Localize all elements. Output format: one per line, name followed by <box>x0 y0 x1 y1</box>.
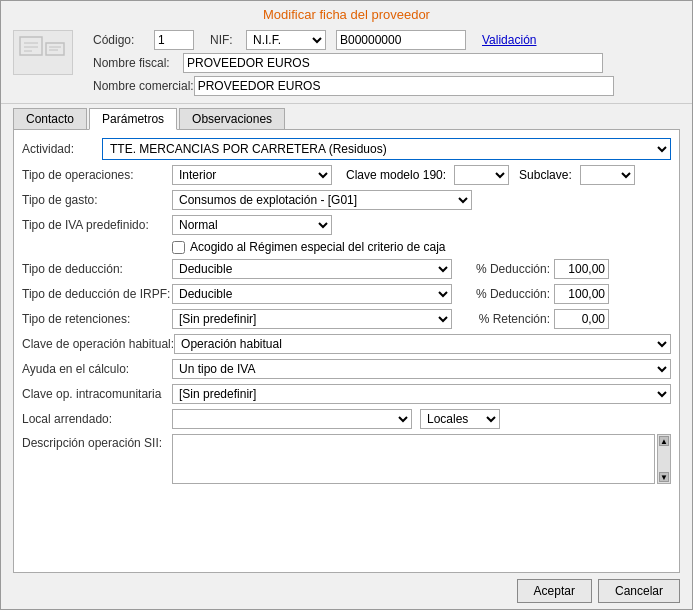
subclave-label: Subclave: <box>519 168 572 182</box>
main-window: Modificar ficha del proveedor Código: <box>0 0 693 610</box>
tipo-operaciones-row: Tipo de operaciones: Interior Clave mode… <box>22 165 671 185</box>
ayuda-calculo-row: Ayuda en el cálculo: Un tipo de IVA <box>22 359 671 379</box>
tipo-gasto-row: Tipo de gasto: Consumos de explotación -… <box>22 190 671 210</box>
tab-content-parametros: Actividad: TTE. MERCANCIAS POR CARRETERA… <box>13 129 680 573</box>
nombre-comercial-row: Nombre comercial: <box>93 76 680 96</box>
tipo-retenciones-row: Tipo de retenciones: [Sin predefinir] % … <box>22 309 671 329</box>
scroll-up-arrow[interactable]: ▲ <box>659 436 669 446</box>
nif-label: NIF: <box>210 33 240 47</box>
tipo-gasto-select[interactable]: Consumos de explotación - [G01] <box>172 190 472 210</box>
tipo-deduccion-row: Tipo de deducción: Deducible % Deducción… <box>22 259 671 279</box>
descripcion-sii-textarea[interactable] <box>172 434 655 484</box>
tipo-operaciones-controls: Interior Clave modelo 190: Subclave: <box>172 165 671 185</box>
header-section: Código: NIF: N.I.F. Validación Nombre fi… <box>1 26 692 104</box>
pct-retencion-input[interactable] <box>554 309 609 329</box>
pct-retencion-label: % Retención: <box>460 312 550 326</box>
tipo-deduccion-irpf-row: Tipo de deducción de IRPF: Deducible % D… <box>22 284 671 304</box>
codigo-label: Código: <box>93 33 148 47</box>
actividad-label: Actividad: <box>22 142 102 156</box>
clave-operacion-select[interactable]: Operación habitual <box>174 334 671 354</box>
svg-rect-4 <box>46 43 64 55</box>
acogido-row: Acogido al Régimen especial del criterio… <box>172 240 671 254</box>
local-arrendado-select[interactable] <box>172 409 412 429</box>
clave-operacion-row: Clave de operación habitual: Operación h… <box>22 334 671 354</box>
actividad-row: Actividad: TTE. MERCANCIAS POR CARRETERA… <box>22 138 671 160</box>
tipo-retenciones-label: Tipo de retenciones: <box>22 312 172 326</box>
scrollbar[interactable]: ▲ ▼ <box>657 434 671 484</box>
local-arrendado-controls: Locales <box>172 409 500 429</box>
nombre-comercial-label: Nombre comercial: <box>93 79 194 93</box>
tipo-iva-select[interactable]: Normal <box>172 215 332 235</box>
descripcion-sii-area: ▲ ▼ <box>172 434 671 487</box>
window-title: Modificar ficha del proveedor <box>1 1 692 26</box>
clave-modelo-label: Clave modelo 190: <box>346 168 446 182</box>
nif-type-select[interactable]: N.I.F. <box>246 30 326 50</box>
aceptar-button[interactable]: Aceptar <box>517 579 592 603</box>
clave-modelo-select[interactable] <box>454 165 509 185</box>
nombre-fiscal-input[interactable] <box>183 53 603 73</box>
pct-deduccion-irpf-input[interactable] <box>554 284 609 304</box>
header-fields: Código: NIF: N.I.F. Validación Nombre fi… <box>93 30 680 99</box>
subclave-select[interactable] <box>580 165 635 185</box>
descripcion-sii-label: Descripción operación SII: <box>22 434 172 450</box>
clave-intracomunitaria-label: Clave op. intracomunitaria <box>22 387 172 401</box>
ayuda-calculo-select[interactable]: Un tipo de IVA <box>172 359 671 379</box>
tipo-iva-row: Tipo de IVA predefinido: Normal <box>22 215 671 235</box>
locales-select[interactable]: Locales <box>420 409 500 429</box>
validacion-link[interactable]: Validación <box>482 33 536 47</box>
pct-deduccion-label: % Deducción: <box>460 262 550 276</box>
tab-parametros[interactable]: Parámetros <box>89 108 177 130</box>
tipo-operaciones-label: Tipo de operaciones: <box>22 168 172 182</box>
tipo-operaciones-select[interactable]: Interior <box>172 165 332 185</box>
svg-rect-0 <box>20 37 42 55</box>
actividad-select[interactable]: TTE. MERCANCIAS POR CARRETERA (Residuos) <box>102 138 671 160</box>
nombre-fiscal-label: Nombre fiscal: <box>93 56 183 70</box>
nif-input[interactable] <box>336 30 466 50</box>
tipo-retenciones-select[interactable]: [Sin predefinir] <box>172 309 452 329</box>
scroll-down-arrow[interactable]: ▼ <box>659 472 669 482</box>
clave-operacion-label: Clave de operación habitual: <box>22 337 174 351</box>
codigo-row: Código: NIF: N.I.F. Validación <box>93 30 680 50</box>
acogido-checkbox[interactable] <box>172 241 185 254</box>
ayuda-calculo-label: Ayuda en el cálculo: <box>22 362 172 376</box>
descripcion-sii-row: Descripción operación SII: ▲ ▼ <box>22 434 671 487</box>
nombre-fiscal-row: Nombre fiscal: <box>93 53 680 73</box>
bottom-bar: Aceptar Cancelar <box>1 573 692 609</box>
tab-observaciones[interactable]: Observaciones <box>179 108 285 129</box>
tipo-deduccion-irpf-label: Tipo de deducción de IRPF: <box>22 287 172 301</box>
tipo-iva-label: Tipo de IVA predefinido: <box>22 218 172 232</box>
pct-deduccion-input[interactable] <box>554 259 609 279</box>
provider-icon <box>13 30 73 75</box>
nombre-comercial-input[interactable] <box>194 76 614 96</box>
pct-deduccion-irpf-label: % Deducción: <box>460 287 550 301</box>
tipo-deduccion-label: Tipo de deducción: <box>22 262 172 276</box>
clave-intracomunitaria-select[interactable]: [Sin predefinir] <box>172 384 671 404</box>
tipo-gasto-label: Tipo de gasto: <box>22 193 172 207</box>
local-arrendado-row: Local arrendado: Locales <box>22 409 671 429</box>
clave-intracomunitaria-row: Clave op. intracomunitaria [Sin predefin… <box>22 384 671 404</box>
acogido-label: Acogido al Régimen especial del criterio… <box>190 240 445 254</box>
local-arrendado-label: Local arrendado: <box>22 412 172 426</box>
cancelar-button[interactable]: Cancelar <box>598 579 680 603</box>
title-text: Modificar ficha del proveedor <box>263 7 430 22</box>
tabs-container: Contacto Parámetros Observaciones <box>1 104 692 129</box>
tipo-deduccion-select[interactable]: Deducible <box>172 259 452 279</box>
tipo-deduccion-irpf-select[interactable]: Deducible <box>172 284 452 304</box>
codigo-input[interactable] <box>154 30 194 50</box>
tab-contacto[interactable]: Contacto <box>13 108 87 129</box>
